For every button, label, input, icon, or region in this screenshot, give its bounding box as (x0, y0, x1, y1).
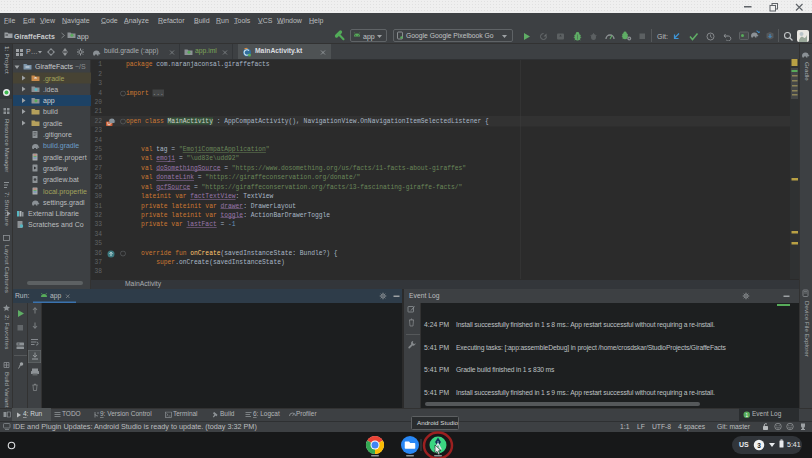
svg-text:3: 3 (757, 442, 761, 449)
